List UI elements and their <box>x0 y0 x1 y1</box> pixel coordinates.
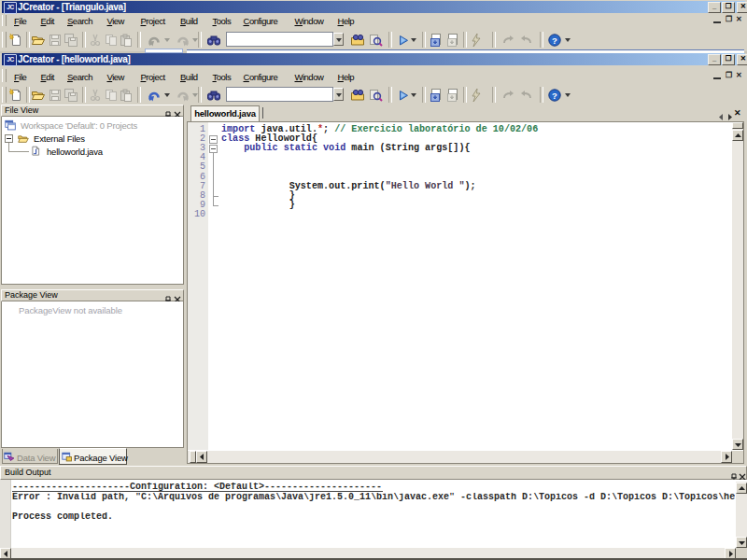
svg-text:?: ? <box>552 91 557 101</box>
svg-text:?: ? <box>552 35 557 46</box>
